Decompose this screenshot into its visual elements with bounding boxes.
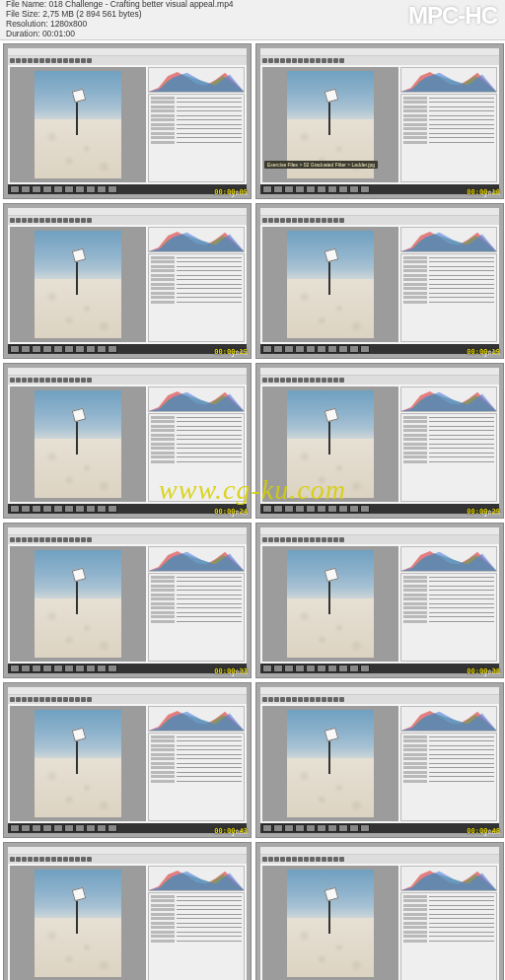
slider-track[interactable] — [429, 740, 494, 741]
slider-row[interactable] — [151, 908, 242, 912]
slider-track[interactable] — [177, 128, 242, 129]
tool-icon[interactable] — [333, 58, 338, 63]
tool-icon[interactable] — [333, 697, 338, 702]
slider-row[interactable] — [403, 589, 494, 593]
tool-icon[interactable] — [63, 537, 68, 542]
slider-track[interactable] — [177, 772, 242, 773]
slider-track[interactable] — [429, 288, 494, 289]
slider-row[interactable] — [403, 291, 494, 295]
filmstrip[interactable] — [260, 664, 499, 673]
slider-row[interactable] — [403, 424, 494, 428]
slider-row[interactable] — [151, 926, 242, 930]
slider-track[interactable] — [429, 448, 494, 449]
filmstrip[interactable] — [260, 823, 499, 833]
canvas-area[interactable] — [262, 866, 398, 980]
canvas-area[interactable] — [262, 386, 398, 502]
slider-row[interactable] — [403, 912, 494, 916]
slider-track[interactable] — [429, 776, 494, 777]
filmstrip-frame[interactable] — [306, 505, 316, 513]
tool-icon[interactable] — [63, 697, 68, 702]
slider-row[interactable] — [151, 610, 242, 614]
tool-icon[interactable] — [69, 537, 74, 542]
slider-track[interactable] — [177, 927, 242, 928]
filmstrip-frame[interactable] — [295, 824, 305, 832]
slider-track[interactable] — [429, 736, 494, 737]
filmstrip-frame[interactable] — [317, 185, 326, 193]
thumbnail[interactable]: lynda00:00:15 — [3, 203, 252, 359]
tool-icon[interactable] — [316, 537, 321, 542]
menubar[interactable] — [8, 48, 247, 56]
slider-row[interactable] — [403, 415, 494, 419]
slider-row[interactable] — [403, 619, 494, 623]
tool-icon[interactable] — [16, 857, 21, 862]
tool-icon[interactable] — [34, 857, 38, 862]
slider-row[interactable] — [151, 748, 242, 752]
menubar[interactable] — [260, 527, 499, 535]
tool-icon[interactable] — [286, 218, 291, 223]
tool-icon[interactable] — [316, 58, 321, 63]
tool-icon[interactable] — [28, 537, 33, 542]
slider-track[interactable] — [429, 612, 494, 613]
slider-track[interactable] — [177, 781, 242, 782]
tool-icon[interactable] — [292, 697, 297, 702]
tool-icon[interactable] — [45, 857, 50, 862]
tool-icon[interactable] — [298, 58, 303, 63]
tool-icon[interactable] — [327, 537, 332, 542]
slider-row[interactable] — [403, 939, 494, 943]
filmstrip-frame[interactable] — [338, 505, 348, 513]
slider-row[interactable] — [151, 606, 242, 610]
basic-panel[interactable] — [148, 413, 245, 502]
slider-track[interactable] — [429, 754, 494, 755]
filmstrip-frame[interactable] — [317, 505, 326, 513]
tool-icon[interactable] — [10, 218, 15, 223]
slider-track[interactable] — [177, 900, 242, 901]
slider-row[interactable] — [151, 894, 242, 898]
slider-row[interactable] — [403, 894, 494, 898]
tool-icon[interactable] — [327, 58, 332, 63]
tool-icon[interactable] — [322, 697, 326, 702]
slider-row[interactable] — [403, 739, 494, 743]
slider-track[interactable] — [177, 767, 242, 768]
filmstrip-frame[interactable] — [42, 185, 52, 193]
tool-icon[interactable] — [310, 697, 315, 702]
slider-row[interactable] — [151, 282, 242, 286]
filmstrip-frame[interactable] — [306, 185, 316, 193]
tool-icon[interactable] — [63, 218, 68, 223]
slider-row[interactable] — [403, 131, 494, 135]
slider-track[interactable] — [429, 941, 494, 942]
slider-track[interactable] — [177, 595, 242, 595]
slider-track[interactable] — [429, 142, 494, 143]
slider-row[interactable] — [151, 580, 242, 584]
tool-icon[interactable] — [22, 857, 27, 862]
tool-icon[interactable] — [10, 857, 15, 862]
tool-icon[interactable] — [34, 58, 38, 63]
histogram-panel[interactable] — [400, 706, 497, 732]
slider-track[interactable] — [177, 776, 242, 777]
filmstrip-frame[interactable] — [273, 185, 283, 193]
slider-row[interactable] — [403, 438, 494, 442]
thumbnail[interactable]: lynda00:00:43 — [3, 682, 252, 838]
tool-icon[interactable] — [57, 218, 62, 223]
tool-icon[interactable] — [69, 378, 74, 383]
slider-row[interactable] — [403, 96, 494, 100]
tool-icon[interactable] — [34, 537, 38, 542]
slider-track[interactable] — [429, 119, 494, 120]
slider-track[interactable] — [177, 257, 242, 258]
filmstrip-frame[interactable] — [64, 185, 74, 193]
filmstrip-frame[interactable] — [86, 665, 96, 672]
slider-row[interactable] — [151, 930, 242, 934]
filmstrip-frame[interactable] — [295, 345, 305, 353]
filmstrip-frame[interactable] — [284, 665, 294, 672]
tool-icon[interactable] — [69, 218, 74, 223]
slider-row[interactable] — [151, 739, 242, 743]
slider-track[interactable] — [429, 621, 494, 622]
tool-icon[interactable] — [304, 537, 309, 542]
slider-row[interactable] — [151, 917, 242, 921]
filmstrip-frame[interactable] — [53, 345, 63, 353]
slider-track[interactable] — [177, 426, 242, 427]
filmstrip-frame[interactable] — [75, 505, 85, 513]
slider-track[interactable] — [429, 293, 494, 294]
slider-row[interactable] — [151, 118, 242, 122]
tool-icon[interactable] — [339, 857, 344, 862]
slider-row[interactable] — [151, 921, 242, 925]
